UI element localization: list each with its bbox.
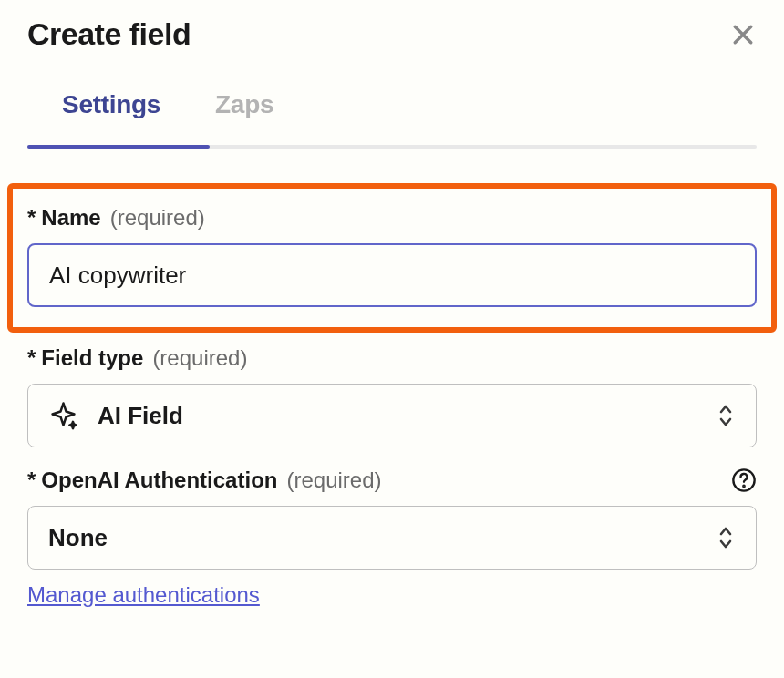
fieldtype-select[interactable]: AI Field bbox=[27, 384, 757, 447]
help-icon bbox=[731, 467, 757, 493]
name-field-highlight: * Name (required) bbox=[7, 183, 777, 333]
sparkle-icon bbox=[48, 399, 81, 432]
openai-required-text: (required) bbox=[286, 467, 381, 493]
required-asterisk: * bbox=[27, 205, 36, 231]
chevron-updown-icon bbox=[716, 402, 736, 429]
fieldtype-label-row: * Field type (required) bbox=[27, 345, 757, 371]
manage-authentications-link[interactable]: Manage authentications bbox=[27, 582, 260, 608]
openai-auth-value: None bbox=[48, 524, 108, 552]
openai-label: OpenAI Authentication bbox=[41, 467, 277, 493]
dialog-title: Create field bbox=[27, 16, 191, 52]
name-required-text: (required) bbox=[110, 205, 205, 231]
tab-underline bbox=[27, 145, 757, 149]
fieldtype-value: AI Field bbox=[98, 402, 183, 430]
fieldtype-label: Field type bbox=[41, 345, 143, 371]
svg-point-3 bbox=[743, 486, 744, 487]
name-label-row: * Name (required) bbox=[27, 205, 757, 231]
tab-zaps[interactable]: Zaps bbox=[215, 90, 273, 145]
close-button[interactable] bbox=[729, 21, 757, 48]
openai-auth-select[interactable]: None bbox=[27, 506, 757, 570]
chevron-updown-icon bbox=[716, 524, 736, 551]
required-asterisk: * bbox=[27, 345, 36, 371]
openai-label-row: * OpenAI Authentication (required) bbox=[27, 467, 757, 493]
name-input[interactable] bbox=[27, 243, 757, 307]
close-icon bbox=[729, 21, 757, 48]
fieldtype-required-text: (required) bbox=[152, 345, 247, 371]
help-button[interactable] bbox=[731, 467, 757, 493]
tab-underline-active bbox=[27, 145, 210, 149]
tab-settings[interactable]: Settings bbox=[62, 90, 160, 145]
tabs: Settings Zaps bbox=[27, 90, 757, 145]
name-label: Name bbox=[41, 205, 100, 231]
required-asterisk: * bbox=[27, 467, 36, 493]
